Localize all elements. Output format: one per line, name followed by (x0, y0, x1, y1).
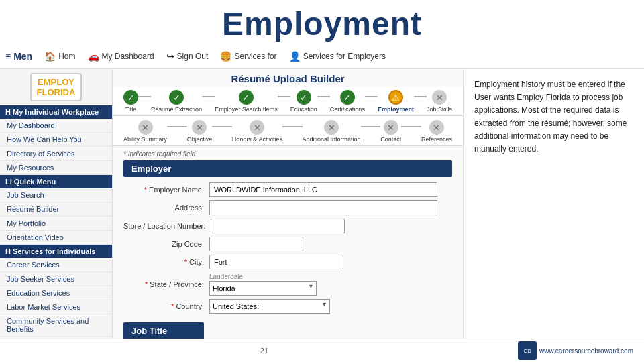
city-row: City: (123, 255, 452, 269)
step-additional: ✕ Additional Information (303, 120, 361, 143)
progress-bar-row1: ✓ Title ✓ Résumé Extraction ✓ Employer S… (113, 87, 463, 116)
step-honors: ✕ Honors & Activities (232, 120, 282, 143)
step-check-icon: ✓ (123, 90, 138, 105)
employ-logo: EMPLOYFLORIDA (0, 69, 112, 105)
state-row: State / Province: Lauderdale Florida (123, 273, 452, 296)
employer-name-label: Employer Name: (123, 186, 204, 194)
step-x-icon: ✕ (432, 90, 447, 105)
nav-dashboard[interactable]: 🚗 My Dashboard (88, 51, 154, 62)
sidebar-item-labor[interactable]: Labor Market Services (0, 300, 112, 314)
broward-logo: CB www.careersourcebroward.com (518, 341, 633, 360)
employer-name-input[interactable] (209, 182, 437, 197)
employer-icon: 👤 (289, 51, 301, 62)
required-note: * Indicates required field (123, 150, 452, 158)
sidebar-item-jobsearch[interactable]: Job Search (0, 188, 112, 202)
store-row: Store / Location Number: (123, 219, 452, 233)
address-row: Address: (123, 200, 452, 215)
home-icon: 🏠 (44, 51, 56, 62)
content-area: Résumé Upload Builder ✓ Title ✓ Résumé E… (113, 69, 463, 352)
page-number: 21 (260, 347, 268, 355)
step-check-icon2: ✓ (169, 90, 184, 105)
store-input[interactable] (211, 219, 345, 233)
sidebar-item-portfolio[interactable]: My Portfolio (0, 217, 112, 231)
sidebar-item-community[interactable]: Community Services and Benefits (0, 314, 112, 337)
city-input[interactable] (209, 255, 343, 269)
step-ability: ✕ Ability Summary (123, 120, 167, 143)
step-employment: ⚠ Employment (378, 90, 414, 113)
sidebar-item-orientation[interactable]: Orientation Video (0, 231, 112, 245)
progress-bar-row2: ✕ Ability Summary ✕ Objective ✕ Honors &… (113, 117, 463, 146)
state-label: State / Province: (123, 280, 204, 288)
step-check-icon3: ✓ (239, 90, 254, 105)
sidebar-header-quickmenu: Li Quick Menu (0, 175, 112, 188)
sidebar-header-services: H Services for Individuals (0, 245, 112, 258)
nav-brand[interactable]: ≡ Men (5, 51, 32, 62)
country-select[interactable]: United States: (209, 299, 330, 314)
footer: 21 CB www.careersourcebroward.com (0, 339, 644, 362)
sidebar-header-workspace: H My Individual Workplace (0, 105, 112, 119)
step-certifications: ✓ Certifications (330, 90, 365, 113)
step-check-icon5: ✓ (340, 90, 355, 105)
zip-input[interactable] (209, 237, 303, 251)
step-jobskills: ✕ Job Skills (427, 90, 452, 113)
step-title: ✓ Title (123, 90, 138, 113)
country-label: Country: (123, 302, 204, 310)
zip-row: Zip Code: (123, 237, 452, 251)
sidebar-item-education[interactable]: Education Services (0, 286, 112, 300)
nav-services[interactable]: 🍔 Services for (220, 51, 276, 62)
sidebar-item-jobseeker[interactable]: Job Seeker Services (0, 272, 112, 286)
sidebar-item-help[interactable]: How We Can Help You (0, 133, 112, 147)
sidebar-item-resume[interactable]: Résumé Builder (0, 202, 112, 217)
step-resume-extraction: ✓ Résumé Extraction (151, 90, 202, 113)
job-title-section: Job Title (123, 322, 204, 339)
city-label: City: (123, 258, 204, 266)
footer-url: www.careersourcebroward.com (539, 347, 633, 355)
dashboard-icon: 🚗 (88, 51, 99, 62)
address-input[interactable] (209, 200, 437, 215)
step-check-icon4: ✓ (297, 90, 311, 105)
top-nav: ≡ Men 🏠 Hom 🚗 My Dashboard ↪ Sign Out 🍔 … (0, 45, 644, 69)
sidebar-item-dashboard[interactable]: My Dashboard (0, 119, 112, 133)
step-education: ✓ Education (290, 90, 317, 113)
sidebar-item-directory[interactable]: Directory of Services (0, 147, 112, 161)
employer-section-title: Employer (123, 160, 452, 177)
step-references: ✕ References (421, 120, 452, 143)
state-select[interactable]: Florida (209, 281, 317, 296)
employer-name-row: Employer Name: (123, 182, 452, 197)
store-label: Store / Location Number: (123, 222, 205, 230)
signout-icon: ↪ (166, 51, 174, 62)
resume-header: Résumé Upload Builder (113, 69, 463, 87)
broward-icon: CB (518, 341, 537, 360)
right-panel: Employment history must be entered if th… (463, 69, 644, 352)
step-active-icon: ⚠ (388, 90, 403, 105)
sidebar: EMPLOYFLORIDA H My Individual Workplace … (0, 69, 113, 352)
step-contact: ✕ Contact (380, 120, 401, 143)
state-placeholder: Lauderdale (209, 273, 317, 280)
services-icon: 🍔 (220, 51, 231, 62)
sidebar-item-resources[interactable]: My Resources (0, 161, 112, 175)
nav-signout[interactable]: ↪ Sign Out (166, 51, 209, 62)
main-layout: EMPLOYFLORIDA H My Individual Workplace … (0, 69, 644, 352)
address-label: Address: (123, 204, 204, 212)
step-employer-search: ✓ Employer Search Items (215, 90, 278, 113)
sidebar-item-career[interactable]: Career Services (0, 258, 112, 272)
form-area: * Indicates required field Employer Empl… (113, 146, 463, 343)
step-objective: ✕ Objective (187, 120, 213, 143)
right-panel-text: Employment history must be entered if th… (474, 78, 633, 156)
nav-home[interactable]: 🏠 Hom (44, 51, 75, 62)
nav-employers[interactable]: 👤 Services for Employers (289, 51, 386, 62)
page-title: Employment (0, 0, 644, 45)
zip-label: Zip Code: (123, 240, 204, 248)
country-row: Country: United States: (123, 299, 452, 314)
